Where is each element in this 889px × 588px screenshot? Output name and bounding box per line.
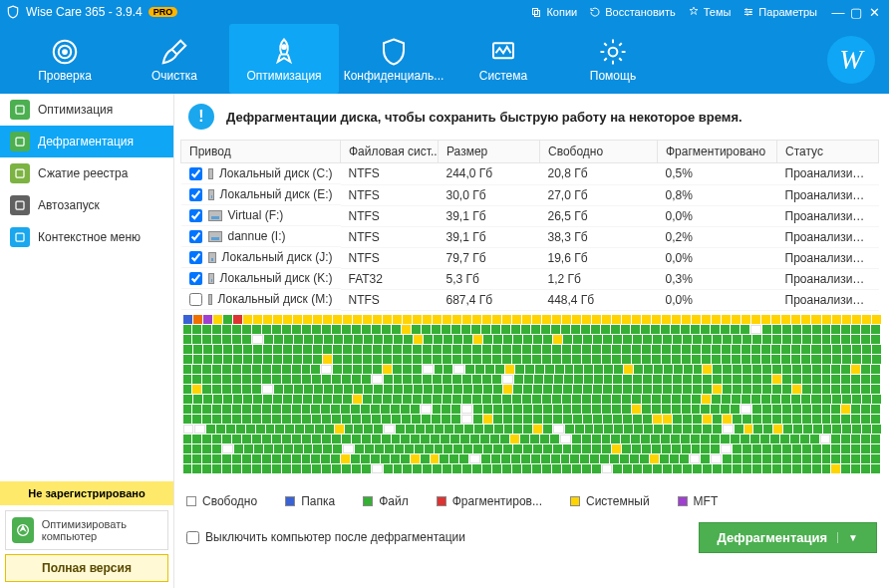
col-status[interactable]: Статус	[777, 141, 879, 163]
unregistered-banner: Не зарегистрировано	[0, 481, 173, 505]
svg-point-11	[282, 45, 286, 49]
sidebar-icon	[10, 195, 30, 215]
sidebar-item-label: Контекстное меню	[38, 230, 141, 244]
restore-button[interactable]: Восстановить	[589, 6, 675, 18]
app-title: Wise Care 365 - 3.9.4	[26, 5, 143, 19]
sidebar-item-label: Сжатие реестра	[38, 166, 128, 180]
svg-rect-15	[16, 138, 24, 146]
sidebar-icon	[10, 163, 30, 183]
legend-file: Файл	[363, 494, 409, 508]
maximize-button[interactable]: ▢	[847, 5, 865, 20]
sidebar-item-4[interactable]: Контекстное меню	[0, 221, 173, 253]
disk-icon	[208, 168, 213, 179]
rocket-icon	[12, 517, 34, 543]
nav-help[interactable]: Помощь	[558, 24, 668, 94]
shutdown-checkbox[interactable]: Выключить компьютер после дефрагментации	[186, 530, 465, 544]
sidebar-item-0[interactable]: Оптимизация	[0, 94, 173, 126]
main-panel: ! Дефрагментации диска, чтобы сохранить …	[174, 94, 889, 588]
sidebar-icon	[10, 132, 30, 151]
table-row[interactable]: dannue (I:)NTFS39,1 Гб38,3 Гб0,2%Проанал…	[181, 226, 879, 247]
table-row[interactable]: Локальный диск (M:)NTFS687,4 Гб448,4 Гб0…	[181, 289, 879, 310]
disk-icon	[208, 252, 216, 263]
table-row[interactable]: Локальный диск (J:)NTFS79,7 Гб19,6 Гб0,0…	[181, 247, 879, 268]
sidebar-item-2[interactable]: Сжатие реестра	[0, 157, 173, 189]
svg-point-13	[609, 48, 618, 57]
col-size[interactable]: Размер	[439, 141, 540, 163]
disk-icon	[208, 273, 214, 284]
col-free[interactable]: Свободно	[540, 141, 658, 163]
drives-table: Привод Файловая сист... Размер Свободно …	[180, 140, 879, 311]
close-button[interactable]: ✕	[865, 5, 883, 20]
full-version-button[interactable]: Полная версия	[5, 554, 168, 582]
drive-checkbox[interactable]	[189, 167, 202, 180]
table-row[interactable]: Локальный диск (C:)NTFS244,0 Гб20,8 Гб0,…	[181, 163, 879, 185]
pro-badge: PRO	[148, 7, 178, 17]
sidebar-item-1[interactable]: Дефрагментация	[0, 126, 173, 157]
disk-icon	[208, 189, 214, 200]
app-window: Wise Care 365 - 3.9.4 PRO Копии Восстано…	[0, 0, 889, 588]
sidebar: ОптимизацияДефрагментацияСжатие реестраА…	[0, 94, 174, 588]
drive-checkbox[interactable]	[189, 251, 202, 264]
defrag-map	[182, 315, 881, 482]
user-avatar[interactable]: W	[827, 36, 875, 84]
col-fs[interactable]: Файловая сист...	[341, 141, 439, 163]
minimize-button[interactable]: —	[829, 5, 847, 20]
nav-clean[interactable]: Очистка	[120, 24, 229, 94]
titlebar: Wise Care 365 - 3.9.4 PRO Копии Восстано…	[0, 0, 889, 24]
dropdown-caret-icon[interactable]: ▼	[837, 532, 858, 543]
nav-system[interactable]: Система	[448, 24, 558, 94]
svg-point-5	[746, 9, 748, 11]
col-drive[interactable]: Привод	[181, 141, 341, 163]
drive-checkbox[interactable]	[189, 209, 202, 222]
sidebar-item-label: Оптимизация	[38, 103, 113, 117]
sidebar-item-label: Дефрагментация	[38, 135, 134, 148]
svg-rect-16	[16, 169, 24, 177]
table-row[interactable]: Virtual (F:)NTFS39,1 Гб26,5 Гб0,0%Проана…	[181, 205, 879, 226]
svg-point-7	[747, 14, 749, 16]
app-shield-icon	[6, 5, 20, 19]
sidebar-item-label: Автозапуск	[38, 198, 100, 212]
drive-checkbox[interactable]	[189, 272, 202, 285]
svg-rect-17	[16, 201, 24, 209]
legend-free: Свободно	[186, 494, 257, 508]
drive-checkbox[interactable]	[189, 293, 202, 306]
defrag-button[interactable]: Дефрагментация ▼	[699, 522, 877, 553]
svg-point-10	[63, 50, 67, 54]
legend-fragmented: Фрагментиров...	[437, 494, 542, 508]
footer: Выключить компьютер после дефрагментации…	[174, 514, 889, 565]
sidebar-icon	[10, 227, 30, 247]
info-bar: ! Дефрагментации диска, чтобы сохранить …	[174, 94, 889, 140]
disk-icon	[208, 294, 212, 305]
params-button[interactable]: Параметры	[742, 6, 817, 18]
sidebar-icon	[10, 100, 30, 120]
sidebar-item-3[interactable]: Автозапуск	[0, 189, 173, 221]
top-nav: Проверка Очистка Оптимизация Конфиденциа…	[0, 24, 889, 94]
copies-button[interactable]: Копии	[530, 6, 577, 18]
nav-optimize[interactable]: Оптимизация	[229, 24, 339, 94]
svg-rect-14	[16, 106, 24, 114]
disk-icon	[208, 231, 222, 242]
legend-mft: MFT	[678, 494, 719, 508]
info-icon: !	[188, 104, 214, 130]
nav-check[interactable]: Проверка	[10, 24, 120, 94]
legend-folder: Папка	[285, 494, 335, 508]
drive-checkbox[interactable]	[189, 230, 202, 243]
themes-button[interactable]: Темы	[688, 6, 732, 18]
disk-icon	[208, 210, 222, 221]
info-text: Дефрагментации диска, чтобы сохранить бы…	[226, 110, 742, 125]
table-row[interactable]: Локальный диск (K:)FAT325,3 Гб1,2 Гб0,3%…	[181, 268, 879, 289]
svg-point-6	[750, 11, 752, 13]
col-frag[interactable]: Фрагментировано	[658, 141, 777, 163]
nav-privacy[interactable]: Конфиденциаль...	[339, 24, 448, 94]
svg-rect-18	[16, 233, 24, 241]
legend: Свободно Папка Файл Фрагментиров... Сист…	[174, 488, 889, 514]
optimize-pc-button[interactable]: Оптимизировать компьютер	[5, 510, 168, 550]
legend-system: Системный	[570, 494, 650, 508]
table-row[interactable]: Локальный диск (E:)NTFS30,0 Гб27,0 Гб0,8…	[181, 184, 879, 205]
drive-checkbox[interactable]	[189, 188, 202, 201]
